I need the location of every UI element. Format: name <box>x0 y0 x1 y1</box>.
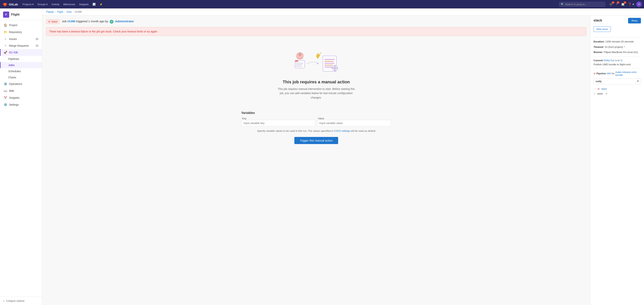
issues-badge: 6 <box>35 38 39 40</box>
breadcrumb-sep-2: › <box>64 10 65 13</box>
admin-name: Administrator <box>115 20 134 23</box>
sidebar-item-cicd[interactable]: 🚀 CI / CD <box>0 49 42 56</box>
job-2-name[interactable]: slack <box>597 92 603 95</box>
pipeline-branch-link[interactable]: make-release-umd-bundle <box>616 71 641 76</box>
hint-text: Specify variable values to be used in th… <box>257 130 333 132</box>
job-main: ⊘ failed Job #1390 triggered 1 month ago… <box>42 15 590 305</box>
new-issue-button[interactable]: New issue <box>594 26 611 32</box>
svg-rect-19 <box>332 68 333 68</box>
stage-dropdown[interactable]: notify <box>594 78 641 84</box>
sidebar-item-snippets[interactable]: ✂️ Snippets <box>0 94 42 101</box>
runner-label: Runner: <box>594 51 603 54</box>
sidebar-item-project-label: Project <box>9 24 18 27</box>
breadcrumb: Flightjs › Flight › Jobs › #1390 <box>42 8 644 15</box>
timeout-help-icon[interactable]: ? <box>624 46 625 48</box>
success-status-icon: ✓ <box>594 92 596 95</box>
cicd-settings-link[interactable]: CI/CD settings <box>334 130 350 132</box>
breadcrumb-jobs[interactable]: Jobs <box>66 10 72 13</box>
commit-branch-link[interactable]: !3 <box>620 59 622 62</box>
breadcrumb-sep-3: › <box>73 10 74 13</box>
sidebar-subitem-pipelines[interactable]: Pipelines <box>0 56 42 62</box>
divider-3 <box>594 68 641 68</box>
retry-small-icon[interactable]: ↺ <box>605 92 607 95</box>
illustration-area: This job requires a manual action This j… <box>46 40 586 111</box>
breadcrumb-sep-1: › <box>55 10 56 13</box>
svg-marker-7 <box>317 62 319 64</box>
nav-projects[interactable]: Projects ▾ <box>21 2 35 6</box>
help-icon[interactable]: ❓ ▾ <box>627 2 635 7</box>
breadcrumb-flightjs[interactable]: Flightjs <box>46 10 54 13</box>
sidebar-item-wiki[interactable]: 📖 Wiki <box>0 88 42 94</box>
search-bar[interactable]: 🔍 Search or jump to... <box>559 2 605 7</box>
manual-action-illustration <box>288 44 345 75</box>
merge-requests-badge: 4 <box>35 44 39 47</box>
key-header: Key <box>241 117 315 120</box>
sidebar-item-settings[interactable]: ⚙️ Settings <box>0 101 42 108</box>
svg-point-16 <box>334 67 336 69</box>
sidebar-item-merge-requests[interactable]: ⑂ Merge Requests 4 <box>0 42 42 49</box>
collapse-sidebar-btn[interactable]: « Collapse sidebar <box>0 296 42 305</box>
sidebar-subitem-jobs[interactable]: Jobs <box>0 62 42 68</box>
issues-icon[interactable]: 🔲 4 <box>620 2 626 7</box>
top-nav-items: Projects ▾ Groups ▾ Activity Milestones … <box>21 2 104 6</box>
sidebar-project-header[interactable]: F Flight <box>0 8 42 20</box>
key-input[interactable] <box>241 120 315 126</box>
main-layout: F Flight 🏠 Project 📁 Repository ○ Issues… <box>0 8 644 305</box>
pipeline-job-2: ✓ slack ↺ <box>594 92 641 95</box>
sidebar-item-issues[interactable]: ○ Issues 6 <box>0 36 42 42</box>
variables-title: Variables <box>241 111 391 115</box>
value-input[interactable] <box>317 120 391 126</box>
nav-activity[interactable]: Activity <box>50 2 61 6</box>
sidebar-subitem-schedules[interactable]: Schedules <box>0 68 42 74</box>
nav-snippets[interactable]: Snippets <box>78 2 90 6</box>
plus-icon[interactable]: ➕ 3 <box>608 2 614 7</box>
job-trigger-suffix: triggered 1 month ago by <box>76 20 108 23</box>
timeout-label: Timeout: <box>594 46 604 48</box>
trigger-manual-action-button[interactable]: Trigger this manual action <box>294 137 338 144</box>
gitlab-logo[interactable]: GitLab <box>2 2 18 7</box>
manual-action-title: This job requires a manual action <box>46 80 586 84</box>
nav-fork-icon[interactable]: ⚡ <box>98 2 104 6</box>
sidebar-item-repository[interactable]: 📁 Repository <box>0 28 42 36</box>
commit-label: Commit <box>594 59 604 62</box>
avatar[interactable]: A <box>636 2 642 7</box>
sidebar-item-issues-label: Issues <box>9 38 17 40</box>
nav-milestones[interactable]: Milestones <box>62 2 77 6</box>
nav-chart-icon[interactable]: 📊 <box>91 2 97 6</box>
failed-icon: ⊘ <box>48 20 50 23</box>
commit-hash-link[interactable]: 554bc7e2 <box>604 59 614 62</box>
duration-row: Duration: 1208 minutes 20 seconds <box>594 40 641 44</box>
retry-button[interactable]: Retry <box>628 18 641 24</box>
value-header: Value <box>317 117 391 120</box>
svg-rect-18 <box>334 70 335 71</box>
sidebar-item-operations-label: Operations <box>9 82 22 86</box>
job-number: #1390 <box>67 20 75 23</box>
sidebar-item-merge-requests-label: Merge Requests <box>9 44 29 47</box>
variables-hint: Specify variable values to be used in th… <box>241 130 391 132</box>
hint-suffix: will be used as default <box>351 130 376 132</box>
copy-icon[interactable]: ⧉ <box>615 59 617 62</box>
merge-request-icon[interactable]: ⑂ 6 <box>615 2 619 7</box>
job-1-name[interactable]: slack <box>601 88 607 90</box>
timeout-value: 1h (from project) <box>605 46 623 48</box>
jobs-label: Jobs <box>8 64 14 67</box>
nav-groups[interactable]: Groups ▾ <box>36 2 49 6</box>
sidebar-item-project[interactable]: 🏠 Project <box>0 22 42 28</box>
pipeline-number-link[interactable]: #66 <box>607 72 611 75</box>
snippets-icon: ✂️ <box>4 96 7 100</box>
cicd-icon: 🚀 <box>4 51 7 54</box>
merge-requests-icon: ⑂ <box>4 44 7 47</box>
sidebar-subitem-charts[interactable]: Charts <box>0 74 42 80</box>
breadcrumb-flight[interactable]: Flight <box>57 10 63 13</box>
sidebar-item-settings-label: Settings <box>9 103 19 106</box>
arrow-icon: → <box>594 88 596 90</box>
main-content: Flightjs › Flight › Jobs › #1390 ⊘ faile… <box>42 8 644 305</box>
commit-message: Publish UMD bundle to flight-umd <box>594 63 631 66</box>
failed-label: failed <box>52 20 58 23</box>
schedules-label: Schedules <box>8 70 21 73</box>
project-avatar: F <box>3 12 9 18</box>
svg-rect-3 <box>295 60 298 62</box>
failed-badge: ⊘ failed <box>46 19 60 24</box>
sidebar-item-cicd-label: CI / CD <box>9 51 18 54</box>
sidebar-item-operations[interactable]: ⚙️ Operations <box>0 80 42 88</box>
